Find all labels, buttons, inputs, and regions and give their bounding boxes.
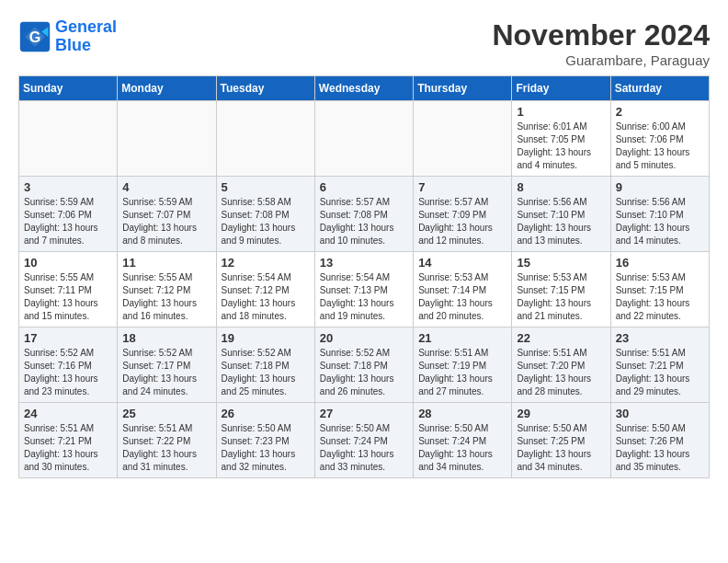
day-number: 30 bbox=[616, 407, 704, 420]
day-info: Sunrise: 5:56 AMSunset: 7:10 PMDaylight:… bbox=[616, 196, 704, 247]
calendar-week-row: 1Sunrise: 6:01 AMSunset: 7:05 PMDaylight… bbox=[19, 101, 710, 177]
day-info: Sunrise: 5:54 AMSunset: 7:13 PMDaylight:… bbox=[320, 271, 408, 323]
day-info: Sunrise: 5:54 AMSunset: 7:12 PMDaylight:… bbox=[222, 271, 310, 323]
day-info: Sunrise: 5:50 AMSunset: 7:24 PMDaylight:… bbox=[418, 422, 506, 474]
month-title: November 2024 bbox=[492, 18, 710, 52]
day-number: 27 bbox=[320, 407, 408, 420]
day-number: 18 bbox=[122, 331, 210, 345]
calendar-cell: 15Sunrise: 5:53 AMSunset: 7:15 PMDayligh… bbox=[512, 252, 610, 327]
day-number: 29 bbox=[517, 407, 605, 420]
calendar-cell bbox=[19, 101, 118, 177]
day-number: 25 bbox=[122, 407, 210, 420]
calendar-cell: 11Sunrise: 5:55 AMSunset: 7:12 PMDayligh… bbox=[118, 252, 216, 327]
calendar-cell: 7Sunrise: 5:57 AMSunset: 7:09 PMDaylight… bbox=[414, 177, 512, 252]
calendar-cell: 4Sunrise: 5:59 AMSunset: 7:07 PMDaylight… bbox=[118, 177, 216, 252]
calendar-cell: 19Sunrise: 5:52 AMSunset: 7:18 PMDayligh… bbox=[216, 327, 314, 403]
day-number: 28 bbox=[418, 407, 506, 420]
col-sunday: Sunday bbox=[19, 76, 118, 101]
col-friday: Friday bbox=[512, 76, 610, 101]
calendar-cell: 18Sunrise: 5:52 AMSunset: 7:17 PMDayligh… bbox=[118, 327, 216, 403]
calendar-header-row: Sunday Monday Tuesday Wednesday Thursday… bbox=[19, 76, 710, 101]
logo-line2: Blue bbox=[55, 36, 91, 54]
day-number: 16 bbox=[616, 256, 704, 270]
day-info: Sunrise: 5:52 AMSunset: 7:18 PMDaylight:… bbox=[222, 347, 310, 398]
calendar-week-row: 10Sunrise: 5:55 AMSunset: 7:11 PMDayligh… bbox=[19, 252, 710, 327]
calendar-cell: 8Sunrise: 5:56 AMSunset: 7:10 PMDaylight… bbox=[512, 177, 610, 252]
day-info: Sunrise: 5:53 AMSunset: 7:15 PMDaylight:… bbox=[517, 271, 605, 323]
page: G General Blue November 2024 Guarambare,… bbox=[0, 0, 728, 488]
day-info: Sunrise: 5:50 AMSunset: 7:26 PMDaylight:… bbox=[616, 422, 704, 474]
day-info: Sunrise: 5:55 AMSunset: 7:12 PMDaylight:… bbox=[122, 271, 210, 323]
calendar-cell: 1Sunrise: 6:01 AMSunset: 7:05 PMDaylight… bbox=[512, 101, 610, 177]
day-number: 20 bbox=[320, 331, 408, 345]
day-info: Sunrise: 5:51 AMSunset: 7:21 PMDaylight:… bbox=[616, 347, 704, 398]
calendar-cell: 21Sunrise: 5:51 AMSunset: 7:19 PMDayligh… bbox=[414, 327, 512, 403]
calendar-cell: 28Sunrise: 5:50 AMSunset: 7:24 PMDayligh… bbox=[414, 403, 512, 478]
logo-text: General Blue bbox=[55, 18, 117, 55]
calendar-cell: 25Sunrise: 5:51 AMSunset: 7:22 PMDayligh… bbox=[118, 403, 216, 478]
day-info: Sunrise: 5:50 AMSunset: 7:23 PMDaylight:… bbox=[222, 422, 310, 474]
day-number: 24 bbox=[24, 407, 112, 420]
day-number: 3 bbox=[24, 180, 112, 194]
calendar-cell: 10Sunrise: 5:55 AMSunset: 7:11 PMDayligh… bbox=[19, 252, 118, 327]
day-info: Sunrise: 5:53 AMSunset: 7:15 PMDaylight:… bbox=[616, 271, 704, 323]
day-info: Sunrise: 6:00 AMSunset: 7:06 PMDaylight:… bbox=[616, 121, 704, 172]
calendar-cell: 26Sunrise: 5:50 AMSunset: 7:23 PMDayligh… bbox=[216, 403, 314, 478]
logo-line1: General bbox=[55, 17, 117, 36]
day-info: Sunrise: 5:51 AMSunset: 7:22 PMDaylight:… bbox=[122, 422, 210, 474]
calendar-week-row: 3Sunrise: 5:59 AMSunset: 7:06 PMDaylight… bbox=[19, 177, 710, 252]
calendar-cell bbox=[314, 101, 413, 177]
col-wednesday: Wednesday bbox=[314, 76, 413, 101]
day-info: Sunrise: 5:53 AMSunset: 7:14 PMDaylight:… bbox=[418, 271, 506, 323]
calendar-cell: 6Sunrise: 5:57 AMSunset: 7:08 PMDaylight… bbox=[314, 177, 413, 252]
day-info: Sunrise: 5:52 AMSunset: 7:16 PMDaylight:… bbox=[24, 347, 112, 398]
day-number: 6 bbox=[320, 180, 408, 194]
day-number: 21 bbox=[418, 331, 506, 345]
calendar-cell: 24Sunrise: 5:51 AMSunset: 7:21 PMDayligh… bbox=[19, 403, 118, 478]
calendar-cell: 20Sunrise: 5:52 AMSunset: 7:18 PMDayligh… bbox=[314, 327, 413, 403]
col-monday: Monday bbox=[118, 76, 216, 101]
day-info: Sunrise: 5:57 AMSunset: 7:08 PMDaylight:… bbox=[320, 196, 408, 247]
calendar-cell: 13Sunrise: 5:54 AMSunset: 7:13 PMDayligh… bbox=[314, 252, 413, 327]
day-number: 10 bbox=[24, 256, 112, 270]
day-number: 23 bbox=[616, 331, 704, 345]
calendar-table: Sunday Monday Tuesday Wednesday Thursday… bbox=[18, 75, 710, 478]
day-info: Sunrise: 5:59 AMSunset: 7:07 PMDaylight:… bbox=[122, 196, 210, 247]
day-number: 13 bbox=[320, 256, 408, 270]
day-info: Sunrise: 5:56 AMSunset: 7:10 PMDaylight:… bbox=[517, 196, 605, 247]
day-number: 12 bbox=[222, 256, 310, 270]
day-number: 15 bbox=[517, 256, 605, 270]
day-info: Sunrise: 5:55 AMSunset: 7:11 PMDaylight:… bbox=[24, 271, 112, 323]
day-number: 14 bbox=[418, 256, 506, 270]
day-number: 22 bbox=[517, 331, 605, 345]
location-subtitle: Guarambare, Paraguay bbox=[492, 52, 710, 68]
day-info: Sunrise: 5:52 AMSunset: 7:17 PMDaylight:… bbox=[122, 347, 210, 398]
calendar-cell: 9Sunrise: 5:56 AMSunset: 7:10 PMDaylight… bbox=[610, 177, 709, 252]
day-number: 19 bbox=[222, 331, 310, 345]
calendar-cell: 3Sunrise: 5:59 AMSunset: 7:06 PMDaylight… bbox=[19, 177, 118, 252]
calendar-cell bbox=[118, 101, 216, 177]
day-number: 26 bbox=[222, 407, 310, 420]
calendar-cell: 14Sunrise: 5:53 AMSunset: 7:14 PMDayligh… bbox=[414, 252, 512, 327]
day-info: Sunrise: 5:59 AMSunset: 7:06 PMDaylight:… bbox=[24, 196, 112, 247]
logo: G General Blue bbox=[18, 18, 117, 55]
day-number: 11 bbox=[122, 256, 210, 270]
day-info: Sunrise: 5:50 AMSunset: 7:25 PMDaylight:… bbox=[517, 422, 605, 474]
day-info: Sunrise: 5:50 AMSunset: 7:24 PMDaylight:… bbox=[320, 422, 408, 474]
day-info: Sunrise: 5:51 AMSunset: 7:21 PMDaylight:… bbox=[24, 422, 112, 474]
calendar-cell: 2Sunrise: 6:00 AMSunset: 7:06 PMDaylight… bbox=[610, 101, 709, 177]
day-info: Sunrise: 5:51 AMSunset: 7:20 PMDaylight:… bbox=[517, 347, 605, 398]
day-number: 5 bbox=[222, 180, 310, 194]
calendar-cell: 27Sunrise: 5:50 AMSunset: 7:24 PMDayligh… bbox=[314, 403, 413, 478]
col-tuesday: Tuesday bbox=[216, 76, 314, 101]
day-info: Sunrise: 5:52 AMSunset: 7:18 PMDaylight:… bbox=[320, 347, 408, 398]
page-header: G General Blue November 2024 Guarambare,… bbox=[18, 18, 710, 68]
calendar-cell bbox=[216, 101, 314, 177]
logo-icon: G bbox=[18, 20, 51, 53]
day-info: Sunrise: 5:51 AMSunset: 7:19 PMDaylight:… bbox=[418, 347, 506, 398]
calendar-cell: 12Sunrise: 5:54 AMSunset: 7:12 PMDayligh… bbox=[216, 252, 314, 327]
day-number: 1 bbox=[517, 105, 605, 119]
day-number: 8 bbox=[517, 180, 605, 194]
svg-text:G: G bbox=[29, 29, 41, 45]
calendar-cell: 22Sunrise: 5:51 AMSunset: 7:20 PMDayligh… bbox=[512, 327, 610, 403]
